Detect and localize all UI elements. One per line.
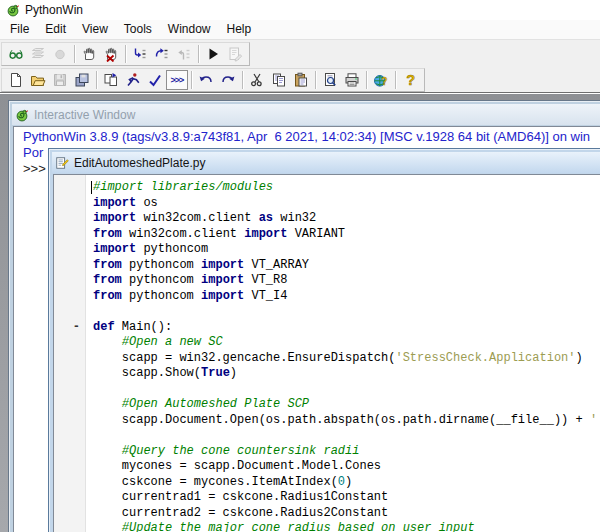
menu-item-file[interactable]: File bbox=[2, 20, 37, 39]
menu-item-view[interactable]: View bbox=[74, 20, 116, 39]
code-line: def Main(): bbox=[93, 320, 600, 336]
app-titlebar[interactable]: PythonWin bbox=[0, 0, 600, 20]
fold-marker[interactable]: - bbox=[73, 320, 80, 334]
code-line: scapp.Show(True) bbox=[93, 366, 600, 382]
toolbar-separator bbox=[191, 71, 192, 89]
code-line: mycones = scapp.Document.Model.Cones bbox=[93, 459, 600, 475]
code-editor[interactable]: #import libraries/modulesimport osimport… bbox=[86, 175, 600, 532]
step-into-icon[interactable] bbox=[129, 44, 151, 64]
code-line bbox=[93, 428, 600, 444]
run-script-icon[interactable] bbox=[122, 70, 144, 90]
standard-toolbar: >>>?? bbox=[1, 68, 425, 92]
step-over-icon[interactable] bbox=[151, 44, 173, 64]
paste-icon[interactable] bbox=[290, 70, 312, 90]
cut-icon[interactable] bbox=[246, 70, 268, 90]
toggle-breakpoint-icon[interactable] bbox=[78, 44, 100, 64]
pythonwin-app: { "app": { "title": "PythonWin" }, "menu… bbox=[0, 0, 600, 532]
editor-window-titlebar[interactable]: EditAutomeshedPlate.py bbox=[52, 152, 600, 173]
menu-item-help[interactable]: Help bbox=[219, 20, 260, 39]
help-icon[interactable]: ? bbox=[399, 70, 421, 90]
toolbar-separator bbox=[125, 45, 126, 63]
redo-icon[interactable] bbox=[217, 70, 239, 90]
editor-window: EditAutomeshedPlate.py - #import librari… bbox=[48, 148, 600, 532]
code-line: from pythoncom import VT_R8 bbox=[93, 273, 600, 289]
save-icon[interactable] bbox=[49, 70, 71, 90]
code-line: from pythoncom import VT_ARRAY bbox=[93, 258, 600, 274]
code-line: #Open a new SC bbox=[93, 335, 600, 351]
code-line: #Update the major cone radius based on u… bbox=[93, 521, 600, 532]
code-line: currentrad2 = cskcone.Radius2Constant bbox=[93, 506, 600, 522]
python-script-icon bbox=[55, 156, 69, 170]
code-line: import os bbox=[93, 196, 600, 212]
import-reload-icon[interactable] bbox=[100, 70, 122, 90]
save-all-icon[interactable] bbox=[71, 70, 93, 90]
toolbar-separator bbox=[96, 71, 97, 89]
code-line: #Open Automeshed Plate SCP bbox=[93, 397, 600, 413]
menubar: FileEditViewToolsWindowHelp bbox=[0, 20, 600, 40]
menu-item-edit[interactable]: Edit bbox=[37, 20, 74, 39]
interactive-window-toggle[interactable]: >>> bbox=[166, 70, 188, 90]
code-line: scapp.Document.Open(os.path.abspath(os.p… bbox=[93, 413, 600, 429]
toolbar-separator bbox=[395, 71, 396, 89]
svg-text:?: ? bbox=[406, 72, 415, 88]
interactive-window-title: Interactive Window bbox=[34, 108, 135, 122]
svg-text:?: ? bbox=[381, 76, 387, 87]
code-line bbox=[93, 382, 600, 398]
breakpoint-list-icon[interactable] bbox=[49, 44, 71, 64]
new-file-icon[interactable] bbox=[5, 70, 27, 90]
editor-gutter[interactable]: - bbox=[54, 175, 86, 532]
code-line: #Query the cone countersink radii bbox=[93, 444, 600, 460]
toolbar-separator bbox=[366, 71, 367, 89]
code-line bbox=[93, 304, 600, 320]
code-line: import win32com.client as win32 bbox=[93, 211, 600, 227]
pythonwin-window-icon bbox=[15, 108, 29, 122]
code-line: from win32com.client import VARIANT bbox=[93, 227, 600, 243]
code-line: scapp = win32.gencache.EnsureDispatch('S… bbox=[93, 351, 600, 367]
print-preview-icon[interactable] bbox=[319, 70, 341, 90]
toolbar-separator bbox=[74, 45, 75, 63]
menu-item-tools[interactable]: Tools bbox=[116, 20, 160, 39]
mdi-client-area: Interactive Window PythonWin 3.8.9 (tags… bbox=[0, 94, 600, 532]
debug-toolbar bbox=[1, 42, 250, 66]
pythonwin-app-icon bbox=[6, 3, 20, 17]
app-title: PythonWin bbox=[25, 3, 83, 17]
toolbar-separator bbox=[198, 45, 199, 63]
shell-banner-line: PythonWin 3.8.9 (tags/v3.8.9:a743f81, Ap… bbox=[23, 129, 600, 145]
edit-script-icon[interactable] bbox=[224, 44, 246, 64]
text-caret bbox=[91, 181, 92, 194]
toolbar-separator bbox=[242, 71, 243, 89]
watch-icon[interactable] bbox=[5, 44, 27, 64]
clear-all-breakpoints-icon[interactable] bbox=[100, 44, 122, 64]
check-syntax-icon[interactable] bbox=[144, 70, 166, 90]
python-docs-icon[interactable]: ? bbox=[370, 70, 392, 90]
print-icon[interactable] bbox=[341, 70, 363, 90]
call-stack-icon[interactable] bbox=[27, 44, 49, 64]
copy-icon[interactable] bbox=[268, 70, 290, 90]
toolbar-zone: >>>?? bbox=[0, 40, 600, 93]
go-icon[interactable] bbox=[202, 44, 224, 64]
menu-item-window[interactable]: Window bbox=[160, 20, 219, 39]
code-line: cskcone = mycones.ItemAtIndex(0) bbox=[93, 475, 600, 491]
code-line: from pythoncom import VT_I4 bbox=[93, 289, 600, 305]
code-line: currentrad1 = cskcone.Radius1Constant bbox=[93, 490, 600, 506]
toolbar-separator bbox=[315, 71, 316, 89]
undo-icon[interactable] bbox=[195, 70, 217, 90]
step-out-icon[interactable] bbox=[173, 44, 195, 64]
code-line: #import libraries/modules bbox=[93, 180, 600, 196]
open-file-icon[interactable] bbox=[27, 70, 49, 90]
editor-content: - #import libraries/modulesimport osimpo… bbox=[53, 174, 600, 532]
interactive-window-titlebar[interactable]: Interactive Window bbox=[12, 104, 600, 125]
editor-window-title: EditAutomeshedPlate.py bbox=[74, 156, 205, 170]
code-line: import pythoncom bbox=[93, 242, 600, 258]
